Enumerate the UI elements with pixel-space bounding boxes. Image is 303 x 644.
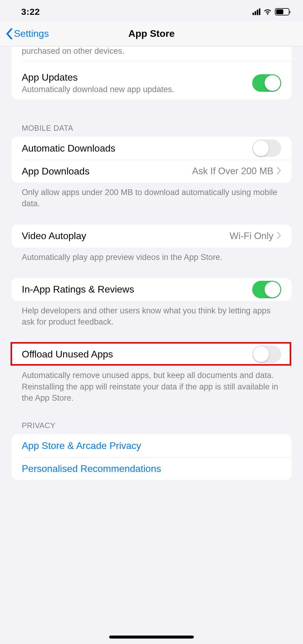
automatic-downloads-row[interactable]: Automatic Downloads xyxy=(11,137,292,160)
privacy-appstore-row[interactable]: App Store & Arcade Privacy xyxy=(11,434,292,457)
privacy-recommendations-row[interactable]: Personalised Recommendations xyxy=(11,457,292,480)
video-autoplay-row[interactable]: Video Autoplay Wi-Fi Only xyxy=(11,225,292,248)
offload-toggle[interactable] xyxy=(252,345,281,363)
ratings-footer: Help developers and other users know wha… xyxy=(22,305,281,328)
ratings-title: In-App Ratings & Reviews xyxy=(22,284,134,295)
chevron-right-icon xyxy=(277,232,281,240)
status-bar: 3:22 xyxy=(0,0,303,21)
app-downloads-row[interactable]: App Downloads Ask If Over 200 MB xyxy=(11,160,292,183)
app-updates-toggle[interactable] xyxy=(252,74,281,92)
video-autoplay-footer: Automatically play app preview videos in… xyxy=(22,252,281,263)
back-label: Settings xyxy=(14,28,49,39)
app-updates-title: App Updates xyxy=(22,72,252,83)
chevron-right-icon xyxy=(277,167,281,175)
automatic-downloads-title: Automatic Downloads xyxy=(22,143,115,154)
automatic-downloads-group: purchased on other devices. App Updates … xyxy=(11,46,292,100)
privacy-recommendations-title: Personalised Recommendations xyxy=(22,463,161,474)
app-downloads-title: App Downloads xyxy=(22,166,90,177)
ratings-row[interactable]: In-App Ratings & Reviews xyxy=(11,278,292,301)
mobile-data-header: MOBILE DATA xyxy=(22,124,281,133)
offload-footer: Automatically remove unused apps, but ke… xyxy=(22,370,281,404)
chevron-left-icon xyxy=(6,28,13,39)
offload-group: Offload Unused Apps xyxy=(11,343,292,366)
wifi-icon xyxy=(263,7,272,17)
app-updates-subtitle: Automatically download new app updates. xyxy=(22,85,252,94)
offload-title: Offload Unused Apps xyxy=(22,349,113,360)
status-icons xyxy=(252,7,289,17)
cellular-signal-icon xyxy=(252,8,260,15)
previous-row-footer: purchased on other devices. xyxy=(11,46,292,66)
privacy-appstore-title: App Store & Arcade Privacy xyxy=(22,440,141,451)
offload-row[interactable]: Offload Unused Apps xyxy=(11,343,292,366)
ratings-toggle[interactable] xyxy=(252,281,281,298)
privacy-header: PRIVACY xyxy=(22,421,281,430)
mobile-data-group: Automatic Downloads App Downloads Ask If… xyxy=(11,137,292,183)
video-autoplay-title: Video Autoplay xyxy=(22,230,86,242)
ratings-group: In-App Ratings & Reviews xyxy=(11,278,292,301)
home-indicator[interactable] xyxy=(109,636,194,639)
video-autoplay-group: Video Autoplay Wi-Fi Only xyxy=(11,225,292,248)
battery-icon xyxy=(275,8,289,15)
video-autoplay-value: Wi-Fi Only xyxy=(230,231,273,242)
automatic-downloads-toggle[interactable] xyxy=(252,139,281,157)
navigation-bar: Settings App Store xyxy=(0,21,303,46)
mobile-data-footer: Only allow apps under 200 MB to download… xyxy=(22,187,281,210)
app-downloads-value: Ask If Over 200 MB xyxy=(192,166,273,177)
status-time: 3:22 xyxy=(21,7,40,17)
privacy-group: App Store & Arcade Privacy Personalised … xyxy=(11,434,292,480)
back-button[interactable]: Settings xyxy=(6,28,49,39)
app-updates-row[interactable]: App Updates Automatically download new a… xyxy=(11,66,292,100)
